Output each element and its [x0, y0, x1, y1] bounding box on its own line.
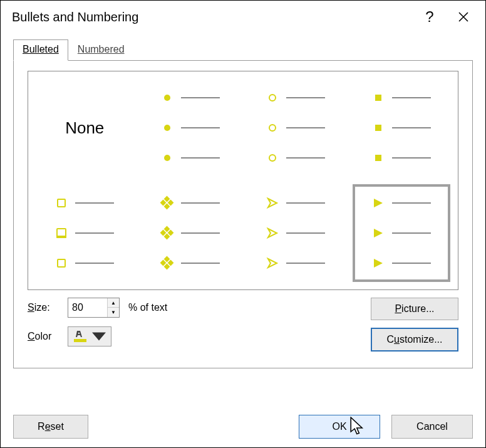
size-spinner[interactable]: ▲ ▼ — [68, 298, 120, 318]
tab-panel-bulleted: None — [13, 61, 473, 368]
close-button[interactable] — [447, 1, 480, 33]
open-circle-icon — [269, 94, 276, 102]
color-label: Color — [28, 331, 59, 342]
picture-button[interactable]: Picture... — [371, 298, 458, 320]
preset-arrow-filled[interactable] — [349, 180, 455, 286]
size-suffix: % of text — [128, 302, 167, 313]
dialog-button-bar: Reset OK Cancel — [1, 406, 485, 447]
cancel-button[interactable]: Cancel — [391, 415, 473, 439]
tab-numbered[interactable]: Numbered — [68, 39, 134, 61]
chevron-down-icon — [92, 330, 106, 343]
dialog-title: Bullets and Numbering — [12, 10, 413, 24]
preset-open-circle[interactable] — [243, 75, 349, 180]
arrow-outline-icon — [266, 197, 279, 209]
size-spin-down[interactable]: ▼ — [108, 308, 119, 317]
title-bar: Bullets and Numbering ? — [1, 1, 485, 33]
tab-bulleted[interactable]: Bulleted — [13, 39, 68, 61]
preset-none[interactable]: None — [32, 75, 138, 180]
customize-button[interactable]: Customize... — [371, 328, 458, 352]
tab-strip: Bulleted Numbered — [13, 39, 473, 61]
hollow-square-icon — [57, 199, 66, 207]
close-icon — [458, 11, 469, 23]
size-input[interactable] — [68, 298, 107, 317]
filled-dot-icon — [164, 95, 170, 101]
preset-none-label: None — [65, 118, 104, 138]
preset-arrow-outline[interactable] — [243, 180, 349, 286]
help-button[interactable]: ? — [413, 1, 447, 33]
ok-button[interactable]: OK — [299, 415, 380, 439]
diamond-cluster-icon — [162, 197, 173, 209]
reset-button[interactable]: Reset — [13, 415, 88, 439]
arrow-filled-icon — [372, 197, 385, 209]
preset-filled-square[interactable] — [349, 75, 455, 180]
size-label: Size: — [28, 302, 59, 313]
bullet-preset-grid: None — [28, 71, 458, 290]
preset-hollow-square[interactable] — [32, 180, 138, 286]
font-color-icon — [73, 330, 87, 343]
color-picker[interactable] — [68, 326, 111, 346]
preset-filled-dot[interactable] — [138, 75, 244, 180]
preset-diamond-cluster[interactable] — [138, 180, 244, 286]
filled-square-icon — [375, 95, 381, 101]
size-spin-up[interactable]: ▲ — [108, 298, 119, 308]
svg-rect-0 — [74, 339, 86, 342]
